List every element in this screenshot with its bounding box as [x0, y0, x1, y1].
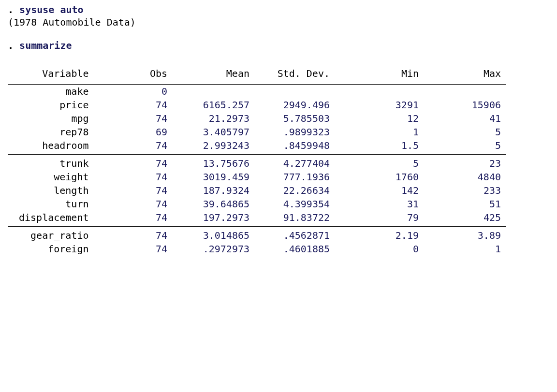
- col-sd: Std. Dev.: [254, 61, 341, 85]
- cell-sd: 4.277404: [254, 155, 341, 171]
- cell-max: [424, 85, 506, 99]
- cell-mean: 39.64865: [172, 197, 254, 211]
- cell-max: 23: [424, 155, 506, 171]
- cell-min: 1: [341, 125, 424, 139]
- cell-max: 15906: [424, 98, 506, 112]
- cell-variable: rep78: [8, 125, 95, 139]
- summarize-table: Variable Obs Mean Std. Dev. Min Max make…: [8, 61, 506, 256]
- cell-min: 1.5: [341, 139, 424, 155]
- table-row: headroom742.993243.84599481.55: [8, 139, 506, 155]
- cell-min: 0: [341, 242, 424, 256]
- command-text: summarize: [19, 40, 72, 51]
- table-row: turn7439.648654.3993543151: [8, 197, 506, 211]
- cell-obs: 69: [95, 125, 172, 139]
- cell-sd: 91.83722: [254, 211, 341, 227]
- cell-sd: 777.1936: [254, 170, 341, 184]
- cell-variable: headroom: [8, 139, 95, 155]
- cell-mean: 187.9324: [172, 184, 254, 197]
- cell-variable: displacement: [8, 211, 95, 227]
- cell-max: 425: [424, 211, 506, 227]
- table-row: price746165.2572949.496329115906: [8, 98, 506, 112]
- cell-min: 31: [341, 197, 424, 211]
- cell-obs: 74: [95, 211, 172, 227]
- col-obs: Obs: [95, 61, 172, 85]
- cell-min: 12: [341, 112, 424, 125]
- cell-mean: [172, 85, 254, 99]
- cell-obs: 74: [95, 155, 172, 171]
- cell-sd: .4601885: [254, 242, 341, 256]
- cell-min: [341, 85, 424, 99]
- cell-min: 1760: [341, 170, 424, 184]
- cell-mean: 13.75676: [172, 155, 254, 171]
- cell-variable: make: [8, 85, 95, 99]
- cell-mean: .2972973: [172, 242, 254, 256]
- table-body: make0price746165.2572949.496329115906mpg…: [8, 85, 506, 256]
- cell-obs: 74: [95, 242, 172, 256]
- cell-obs: 74: [95, 170, 172, 184]
- cell-max: 3.89: [424, 227, 506, 243]
- col-mean: Mean: [172, 61, 254, 85]
- cell-sd: 22.26634: [254, 184, 341, 197]
- col-min: Min: [341, 61, 424, 85]
- cell-mean: 3.014865: [172, 227, 254, 243]
- cell-variable: mpg: [8, 112, 95, 125]
- cell-max: 1: [424, 242, 506, 256]
- cell-mean: 6165.257: [172, 98, 254, 112]
- cell-variable: foreign: [8, 242, 95, 256]
- dataset-label: (1978 Automobile Data): [8, 16, 549, 28]
- cell-mean: 3019.459: [172, 170, 254, 184]
- table-row: length74187.932422.26634142233: [8, 184, 506, 197]
- table-row: gear_ratio743.014865.45628712.193.89: [8, 227, 506, 243]
- cell-obs: 74: [95, 227, 172, 243]
- command-prompt: .: [8, 40, 19, 51]
- command-text: sysuse auto: [19, 4, 83, 15]
- cell-variable: length: [8, 184, 95, 197]
- cell-obs: 74: [95, 112, 172, 125]
- cell-mean: 2.993243: [172, 139, 254, 155]
- col-variable: Variable: [8, 61, 95, 85]
- cell-min: 2.19: [341, 227, 424, 243]
- cell-sd: 2949.496: [254, 98, 341, 112]
- table-header-row: Variable Obs Mean Std. Dev. Min Max: [8, 61, 506, 85]
- cell-obs: 74: [95, 184, 172, 197]
- cell-sd: .9899323: [254, 125, 341, 139]
- table-row: rep78693.405797.989932315: [8, 125, 506, 139]
- table-row: mpg7421.29735.7855031241: [8, 112, 506, 125]
- command-sysuse: . sysuse auto: [8, 4, 549, 15]
- table-row: make0: [8, 85, 506, 99]
- table-row: displacement74197.297391.8372279425: [8, 211, 506, 227]
- table-row: foreign74.2972973.460188501: [8, 242, 506, 256]
- table-row: weight743019.459777.193617604840: [8, 170, 506, 184]
- table-row: trunk7413.756764.277404523: [8, 155, 506, 171]
- cell-sd: .4562871: [254, 227, 341, 243]
- cell-obs: 74: [95, 197, 172, 211]
- cell-obs: 0: [95, 85, 172, 99]
- cell-min: 5: [341, 155, 424, 171]
- cell-max: 5: [424, 139, 506, 155]
- cell-obs: 74: [95, 139, 172, 155]
- cell-variable: price: [8, 98, 95, 112]
- cell-variable: turn: [8, 197, 95, 211]
- cell-min: 142: [341, 184, 424, 197]
- cell-sd: 4.399354: [254, 197, 341, 211]
- cell-obs: 74: [95, 98, 172, 112]
- cell-min: 3291: [341, 98, 424, 112]
- cell-max: 4840: [424, 170, 506, 184]
- cell-max: 41: [424, 112, 506, 125]
- command-prompt: .: [8, 4, 19, 15]
- col-max: Max: [424, 61, 506, 85]
- cell-sd: 5.785503: [254, 112, 341, 125]
- cell-variable: trunk: [8, 155, 95, 171]
- cell-variable: weight: [8, 170, 95, 184]
- command-summarize: . summarize: [8, 40, 549, 51]
- cell-max: 51: [424, 197, 506, 211]
- cell-variable: gear_ratio: [8, 227, 95, 243]
- cell-mean: 3.405797: [172, 125, 254, 139]
- cell-mean: 197.2973: [172, 211, 254, 227]
- cell-min: 79: [341, 211, 424, 227]
- cell-sd: [254, 85, 341, 99]
- cell-max: 233: [424, 184, 506, 197]
- cell-sd: .8459948: [254, 139, 341, 155]
- cell-mean: 21.2973: [172, 112, 254, 125]
- cell-max: 5: [424, 125, 506, 139]
